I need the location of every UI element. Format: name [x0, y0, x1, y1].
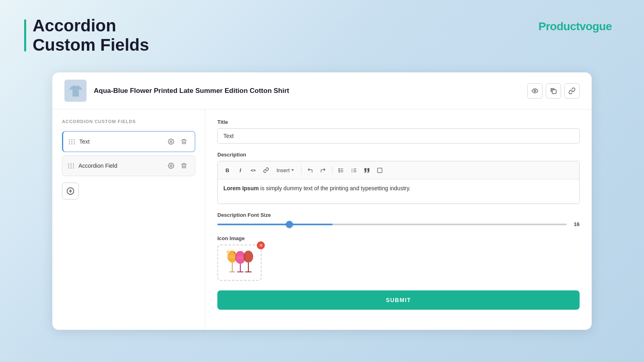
svg-rect-1 — [552, 90, 556, 94]
delete-button-field[interactable] — [179, 160, 189, 171]
brand-logo: Productvogue — [539, 20, 612, 33]
drag-handle-text[interactable] — [69, 139, 75, 144]
main-card: Aqua-Blue Flower Printed Late Summer Edi… — [52, 72, 592, 330]
section-title: ACCORDION CUSTOM FIELDS — [62, 119, 195, 124]
title-label: Title — [217, 119, 580, 125]
editor-content[interactable]: Lorem Ipsum is simply dummy text of the … — [218, 179, 579, 204]
title-field-group: Title — [217, 119, 580, 144]
left-panel: ACCORDION CUSTOM FIELDS Text — [52, 109, 205, 330]
font-size-slider[interactable] — [217, 224, 567, 225]
blockquote-button[interactable] — [361, 165, 373, 176]
link-toolbar-button[interactable] — [260, 165, 272, 176]
accordion-item-field-label: Accordion Field — [78, 162, 118, 169]
product-name: Aqua-Blue Flower Printed Late Summer Edi… — [94, 87, 289, 95]
editor-bold-text: Lorem Ipsum — [223, 185, 259, 191]
insert-button[interactable]: Insert — [273, 165, 298, 176]
accordion-item-text[interactable]: Text — [62, 131, 195, 152]
header-accent — [24, 19, 26, 51]
icon-image-wrapper: ✕ — [217, 245, 262, 281]
svg-point-2 — [170, 141, 172, 142]
icon-image-box[interactable] — [217, 245, 262, 281]
svg-point-10 — [339, 168, 340, 169]
settings-button-text[interactable] — [166, 136, 176, 147]
font-size-field-group: Description Font Size 16 — [217, 212, 580, 227]
submit-button[interactable]: SUBMIT — [217, 290, 580, 310]
editor-plain-text: is simply dummy text of the printing and… — [259, 185, 411, 191]
italic-button[interactable]: I — [235, 165, 246, 176]
page-title: Accordion Custom Fields — [33, 16, 149, 55]
drag-handle-field[interactable] — [68, 163, 74, 169]
font-size-label: Description Font Size — [217, 212, 580, 218]
accordion-items-list: Text — [62, 131, 195, 176]
svg-point-0 — [534, 90, 536, 92]
remove-image-button[interactable]: ✕ — [257, 241, 265, 249]
link-button[interactable] — [564, 83, 580, 99]
svg-point-12 — [339, 171, 340, 172]
title-input[interactable] — [217, 128, 580, 144]
slider-row: 16 — [217, 221, 580, 227]
content-area: ACCORDION CUSTOM FIELDS Text — [52, 109, 592, 330]
accordion-item-text-label: Text — [79, 138, 90, 145]
accordion-item-field-left: Accordion Field — [68, 162, 118, 169]
settings-button-field[interactable] — [166, 160, 176, 171]
accordion-item-left: Text — [69, 138, 90, 145]
delete-button-text[interactable] — [179, 136, 189, 147]
svg-point-3 — [170, 165, 172, 167]
svg-point-25 — [244, 255, 253, 258]
square-button[interactable] — [374, 165, 386, 176]
product-actions — [527, 83, 580, 99]
accordion-item-field[interactable]: Accordion Field — [62, 155, 195, 176]
item-actions-field — [166, 160, 189, 171]
code-button[interactable]: <> — [248, 165, 259, 176]
description-field-group: Description B I <> Insert — [217, 152, 580, 204]
copy-button[interactable] — [546, 83, 561, 99]
right-panel: Title Description B I <> Insert — [205, 109, 592, 330]
editor-toolbar: B I <> Insert — [218, 161, 579, 179]
description-label: Description — [217, 152, 580, 158]
undo-button[interactable] — [305, 165, 316, 176]
item-actions-text — [166, 136, 189, 147]
product-thumbnail — [64, 80, 87, 102]
font-size-value: 16 — [572, 221, 580, 227]
svg-text:3: 3 — [351, 171, 353, 173]
page-header: Accordion Custom Fields — [24, 16, 149, 55]
unordered-list-button[interactable] — [336, 165, 347, 176]
redo-button[interactable] — [318, 165, 329, 176]
icon-image-label: Icon Image — [217, 235, 580, 241]
add-accordion-item-button[interactable] — [62, 183, 79, 200]
svg-rect-19 — [378, 168, 382, 172]
product-info: Aqua-Blue Flower Printed Late Summer Edi… — [64, 80, 289, 102]
view-button[interactable] — [527, 83, 543, 99]
toolbar-separator-1 — [301, 166, 301, 174]
editor-container: B I <> Insert — [217, 161, 580, 204]
toolbar-separator-2 — [332, 166, 332, 174]
ordered-list-button[interactable]: 123 — [349, 165, 360, 176]
bold-button[interactable]: B — [222, 165, 233, 176]
svg-point-11 — [339, 170, 340, 171]
icon-image-section: Icon Image — [217, 235, 580, 281]
product-header: Aqua-Blue Flower Printed Late Summer Edi… — [52, 72, 592, 109]
